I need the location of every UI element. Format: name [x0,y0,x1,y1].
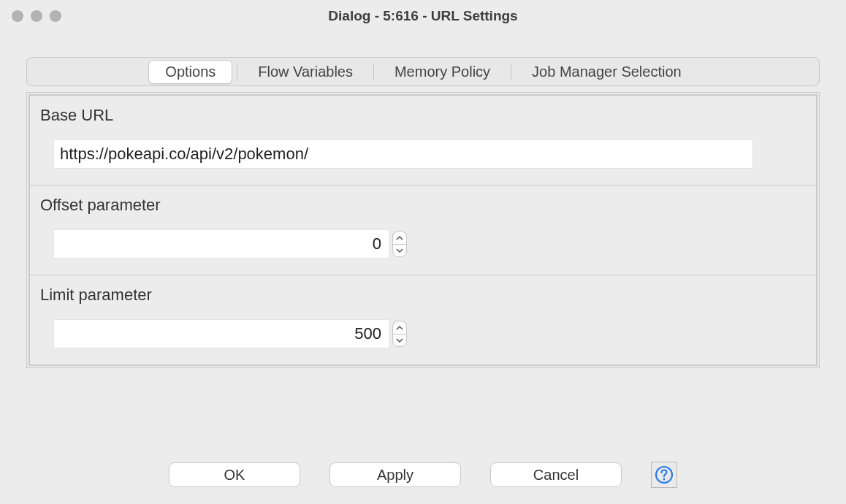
help-icon [654,465,674,485]
limit-input[interactable] [53,319,389,348]
cancel-button[interactable]: Cancel [490,462,622,487]
dialog-footer: OK Apply Cancel [0,462,846,488]
ok-button[interactable]: OK [169,462,300,487]
limit-group: Limit parameter [29,275,817,365]
offset-step-up[interactable] [392,231,407,244]
base-url-label: Base URL [40,106,806,125]
options-panel: Base URL Offset parameter [26,92,820,368]
base-url-group: Base URL [29,95,817,186]
apply-button[interactable]: Apply [329,462,461,487]
chevron-up-icon [396,236,403,240]
offset-label: Offset parameter [40,196,806,215]
svg-point-1 [663,478,666,481]
tab-separator [373,64,374,80]
base-url-input[interactable] [53,140,753,169]
offset-spinner [392,231,407,257]
tab-job-manager[interactable]: Job Manager Selection [516,61,698,83]
offset-step-down[interactable] [392,244,407,257]
close-window-button[interactable] [12,10,23,22]
tab-flow-variables[interactable]: Flow Variables [242,61,369,83]
offset-group: Offset parameter [29,186,817,275]
minimize-window-button[interactable] [31,10,42,22]
help-button[interactable] [651,462,677,488]
window-title: Dialog - 5:616 - URL Settings [0,8,846,24]
limit-step-down[interactable] [392,334,407,347]
tab-separator [237,64,237,80]
window-controls [0,10,61,22]
dialog-content: Options Flow Variables Memory Policy Job… [0,32,846,368]
limit-label: Limit parameter [40,286,806,305]
chevron-down-icon [396,248,403,253]
titlebar: Dialog - 5:616 - URL Settings [0,0,846,32]
tab-memory-policy[interactable]: Memory Policy [378,61,506,83]
limit-spinner [392,321,407,347]
offset-input[interactable] [53,229,389,259]
tab-separator [511,64,511,80]
tabbar: Options Flow Variables Memory Policy Job… [26,57,820,86]
chevron-up-icon [396,326,403,330]
tab-options[interactable]: Options [148,60,232,84]
chevron-down-icon [396,338,403,343]
zoom-window-button[interactable] [50,10,61,22]
limit-step-up[interactable] [392,321,407,334]
